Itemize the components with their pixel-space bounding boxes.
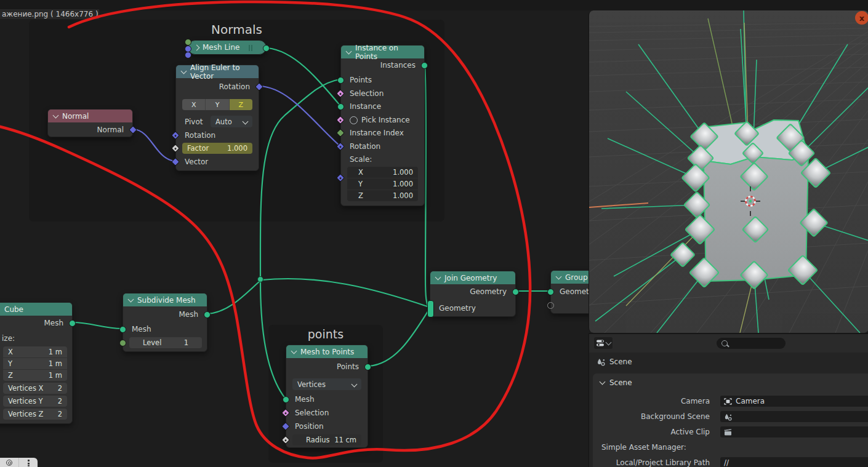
socket-count-input[interactable] [185,39,191,46]
active-clip-label: Active Clip [593,426,710,437]
mode-dropdown[interactable]: Vertices [292,378,361,390]
socket-geometry-output[interactable] [512,289,519,295]
socket-instances-output[interactable] [421,62,428,69]
axis-selector[interactable]: X Y Z [182,99,252,110]
top-strip [0,0,868,10]
chevron-down-icon[interactable] [128,296,134,302]
node-subdivide-mesh[interactable]: Subdivide Mesh Mesh Mesh Level 1 [123,293,207,352]
image-title: ажение.png ( 1466x776 ) [2,10,98,18]
node-cube[interactable]: Cube Mesh ize: X1 m Y1 m Z1 m Vertices X… [0,302,73,424]
socket-mesh-input[interactable] [119,326,126,333]
radius-label: Radius [306,436,330,444]
size-z-label: Z [8,371,13,380]
properties-icon [596,339,605,347]
spiral-button[interactable] [0,458,19,467]
scene-panel-header[interactable]: Scene [600,378,632,387]
output-label: Mesh [179,309,198,319]
chevron-down-icon [600,379,606,385]
node-group-output[interactable]: Group Geometry [550,270,589,314]
more-options-button[interactable] [19,458,38,467]
search-input[interactable] [717,338,786,349]
node-join-geometry[interactable]: Join Geometry Geometry Geometry [430,271,516,317]
scale-x-field[interactable]: X 1.000 [347,167,418,178]
socket-extension[interactable] [547,302,554,309]
vertices-z-field[interactable]: Vertices Z2 [3,409,67,420]
node-normal[interactable]: Normal Normal [47,109,133,137]
mesh-input-label: Mesh [295,394,315,404]
chevron-down-icon[interactable] [53,112,59,118]
search-icon [721,340,728,346]
node-mesh-to-points[interactable]: Mesh to Points Points Vertices Mesh Sele… [286,345,368,448]
socket-level-input[interactable] [119,340,126,346]
factor-field[interactable]: Factor 1.000 [182,143,252,154]
scale-z-field[interactable]: Z 1.000 [347,190,418,201]
pivot-dropdown[interactable]: Auto [211,116,252,127]
node-align-euler[interactable]: Align Euler to Vector Rotation X Y Z Piv… [175,65,259,171]
chevron-down-icon[interactable] [291,348,297,354]
camera-field[interactable]: Camera [720,396,868,407]
library-path-field[interactable]: // [720,457,868,467]
socket-geometry-multi-input[interactable] [427,300,434,317]
properties-header [589,334,868,353]
chevron-right-icon[interactable] [194,44,200,50]
properties-editor: Scene Scene Camera Camera Background Sce… [589,333,868,467]
pick-instance-checkbox[interactable] [350,116,358,124]
geometry-node-editor[interactable]: Normals points [0,0,589,467]
size-x-field[interactable]: X1 m [3,346,67,357]
level-field[interactable]: Level 1 [129,337,202,348]
camera-icon [724,397,732,405]
vertices-x-value: 2 [58,384,62,393]
instance-index-label: Instance Index [350,128,404,138]
size-y-field[interactable]: Y1 m [3,358,67,369]
axis-x-button[interactable]: X [182,99,206,110]
size-z-value: 1 m [49,371,62,380]
image-title-tab[interactable]: ажение.png ( 1466x776 ) [0,9,99,19]
editor-type-button[interactable] [594,337,613,349]
scale-y-value: 1.000 [393,180,413,188]
level-value: 1 [184,338,188,347]
socket-points-input[interactable] [337,77,344,84]
chevron-down-icon[interactable] [435,274,441,280]
chevron-down-icon [243,118,249,124]
vertices-z-value: 2 [58,410,62,418]
factor-label: Factor [187,144,209,153]
factor-value: 1.000 [227,144,247,153]
viewport-3d[interactable]: x [589,10,868,333]
vertices-x-field[interactable]: Vertices X2 [3,383,67,394]
scene-panel: Scene Camera Camera Background Scene Act… [593,373,868,467]
reroute-node[interactable] [258,277,263,282]
socket-points-output[interactable] [364,364,371,370]
mute-bars-icon [249,45,252,51]
chevron-down-icon[interactable] [346,48,352,54]
close-button[interactable]: x [855,11,868,25]
radius-field[interactable]: Radius 11 cm [292,434,361,445]
vertices-y-field[interactable]: Vertices Y2 [3,396,67,407]
breadcrumb[interactable]: Scene [597,357,632,366]
radius-value: 11 cm [334,436,356,444]
chevron-down-icon[interactable] [556,273,562,279]
background-scene-field[interactable] [720,411,868,422]
chevron-down-icon [606,339,612,345]
scale-y-field[interactable]: Y 1.000 [347,178,418,190]
node-instance-on-points[interactable]: Instance on Points Instances Points Sele… [340,45,425,206]
chevron-down-icon[interactable] [181,68,187,74]
pick-instance-label: Pick Instance [361,115,410,125]
socket-mesh-output[interactable] [204,311,211,318]
camera-value: Camera [736,397,765,405]
vertices-y-value: 2 [58,397,62,405]
axis-z-button[interactable]: Z [230,99,252,110]
socket-mesh-output[interactable] [69,320,76,327]
socket-mesh-output[interactable] [263,45,270,52]
node-mesh-line[interactable]: Mesh Line [188,40,267,55]
size-z-field[interactable]: Z1 m [3,370,67,381]
socket-geometry-input[interactable] [547,289,554,295]
axis-y-button[interactable]: Y [206,99,229,110]
node-title: Subdivide Mesh [137,296,196,305]
socket-offset-input[interactable] [185,52,191,58]
socket-start-input[interactable] [185,46,191,52]
socket-instance-input[interactable] [337,103,344,110]
socket-mesh-input[interactable] [283,396,289,403]
vertical-ellipsis-icon [28,460,30,466]
asset-manager-label: Simple Asset Manager: [601,442,686,453]
active-clip-field[interactable] [720,426,868,437]
